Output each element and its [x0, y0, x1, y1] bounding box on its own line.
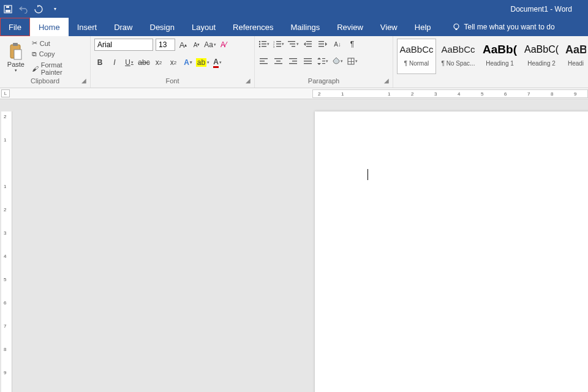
styles-gallery[interactable]: AaBbCc ¶ Normal AaBbCc ¶ No Spac... AaBb… — [397, 39, 588, 77]
tab-selector[interactable]: L — [1, 89, 10, 97]
svg-rect-27 — [318, 43, 324, 44]
style-heading-1[interactable]: AaBb( Heading 1 — [480, 39, 519, 74]
superscript-button[interactable]: x2 — [168, 57, 179, 68]
paste-button[interactable]: Paste ▾ — [4, 39, 28, 77]
sort-button[interactable]: A↓ — [332, 39, 343, 50]
justify-button[interactable] — [303, 56, 314, 67]
tab-layout[interactable]: Layout — [183, 18, 224, 36]
borders-button[interactable]: ▾ — [347, 56, 358, 67]
underline-button[interactable]: U▾ — [124, 57, 135, 68]
line-spacing-button[interactable]: ▾ — [317, 56, 328, 67]
style-sample: AaBb( — [482, 42, 518, 58]
paste-dropdown-icon[interactable]: ▾ — [15, 68, 17, 73]
svg-rect-36 — [292, 61, 297, 61]
tab-mailings[interactable]: Mailings — [282, 18, 329, 36]
svg-rect-24 — [306, 43, 312, 44]
svg-rect-11 — [262, 43, 266, 44]
style-sample: AaBbC( — [524, 42, 559, 58]
tab-file[interactable]: File — [0, 18, 30, 36]
svg-text:3: 3 — [273, 45, 275, 48]
clear-formatting-button[interactable]: A⁄ — [218, 39, 229, 50]
svg-rect-29 — [260, 58, 268, 59]
svg-rect-21 — [290, 43, 295, 44]
svg-rect-35 — [289, 58, 297, 59]
svg-rect-17 — [276, 43, 281, 44]
svg-rect-28 — [318, 46, 324, 47]
copy-icon: ⧉ — [32, 50, 37, 58]
italic-button[interactable]: I — [109, 57, 120, 68]
style-normal[interactable]: AaBbCc ¶ Normal — [397, 39, 436, 74]
style-heading-3[interactable]: AaB Headi — [564, 39, 588, 74]
tell-me-search[interactable]: Tell me what you want to do — [452, 18, 555, 36]
font-name-select[interactable] — [94, 39, 153, 51]
copy-label: Copy — [39, 50, 55, 58]
decrease-indent-button[interactable] — [303, 39, 314, 50]
svg-rect-46 — [351, 58, 352, 64]
strikethrough-button[interactable]: abc — [138, 57, 149, 68]
tab-insert[interactable]: Insert — [69, 18, 106, 36]
change-case-button[interactable]: Aa▾ — [205, 39, 216, 50]
svg-rect-6 — [13, 43, 18, 46]
paragraph-launcher-icon[interactable]: ◢ — [384, 77, 389, 85]
style-name: Heading 2 — [524, 60, 559, 67]
increase-indent-button[interactable] — [317, 39, 328, 50]
grow-font-button[interactable]: A▴ — [178, 39, 189, 50]
vertical-ruler[interactable]: 2 1 1 2 3 4 5 6 7 8 9 — [1, 111, 12, 392]
tell-me-label: Tell me what you want to do — [464, 23, 555, 31]
svg-rect-22 — [292, 46, 295, 47]
scissors-icon: ✂ — [32, 39, 37, 47]
style-name: Heading 1 — [482, 60, 518, 67]
clipboard-launcher-icon[interactable]: ◢ — [81, 77, 86, 85]
bullets-button[interactable]: ▾ — [258, 39, 270, 50]
save-icon[interactable] — [4, 5, 12, 13]
font-group-label: Font — [165, 77, 179, 85]
svg-rect-40 — [304, 63, 312, 64]
svg-point-10 — [259, 43, 260, 45]
svg-rect-30 — [260, 61, 265, 61]
style-sample: AaB — [565, 42, 586, 58]
align-right-button[interactable] — [288, 56, 299, 67]
show-marks-button[interactable]: ¶ — [347, 39, 358, 50]
font-color-button[interactable]: A▾ — [212, 57, 223, 68]
paste-icon — [8, 42, 24, 61]
svg-rect-9 — [262, 41, 266, 42]
copy-button[interactable]: ⧉Copy — [31, 50, 86, 59]
multilevel-list-button[interactable]: ▾ — [288, 39, 299, 50]
redo-icon[interactable] — [34, 5, 43, 13]
horizontal-ruler[interactable]: 2 1 1 2 3 4 5 6 7 8 9 — [312, 89, 588, 98]
tab-references[interactable]: References — [224, 18, 282, 36]
align-left-button[interactable] — [258, 56, 270, 67]
tab-view[interactable]: View — [372, 18, 406, 36]
svg-rect-42 — [322, 61, 325, 61]
svg-rect-43 — [322, 63, 325, 64]
format-painter-label: Format Painter — [41, 61, 85, 76]
format-painter-button[interactable]: 🖌Format Painter — [31, 61, 86, 77]
style-sample: AaBbCc — [399, 42, 434, 58]
svg-rect-33 — [276, 61, 281, 61]
style-name: ¶ No Spac... — [440, 60, 476, 67]
bold-button[interactable]: B — [94, 57, 105, 68]
align-center-button[interactable] — [273, 56, 284, 67]
cut-button[interactable]: ✂Cut — [31, 39, 86, 48]
tab-draw[interactable]: Draw — [105, 18, 141, 36]
style-heading-2[interactable]: AaBbC( Heading 2 — [522, 39, 561, 74]
tab-design[interactable]: Design — [141, 18, 183, 36]
document-page[interactable] — [315, 111, 588, 392]
tab-help[interactable]: Help — [406, 18, 440, 36]
text-effects-button[interactable]: A▾ — [183, 57, 194, 68]
font-size-select[interactable] — [156, 39, 175, 51]
shading-button[interactable]: ▾ — [332, 56, 343, 67]
text-cursor — [368, 169, 368, 180]
tab-home[interactable]: Home — [30, 18, 69, 36]
brush-icon: 🖌 — [32, 65, 39, 72]
tab-review[interactable]: Review — [328, 18, 372, 36]
highlight-button[interactable]: ab▾ — [197, 57, 208, 68]
font-launcher-icon[interactable]: ◢ — [246, 77, 251, 85]
numbering-button[interactable]: 123▾ — [273, 39, 284, 50]
subscript-button[interactable]: x2 — [153, 57, 164, 68]
shrink-font-button[interactable]: A▾ — [191, 39, 202, 50]
qat-customize-icon[interactable]: ▾ — [54, 6, 56, 12]
style-no-spacing[interactable]: AaBbCc ¶ No Spac... — [439, 39, 478, 74]
svg-rect-32 — [274, 58, 282, 59]
undo-icon[interactable] — [18, 5, 28, 13]
